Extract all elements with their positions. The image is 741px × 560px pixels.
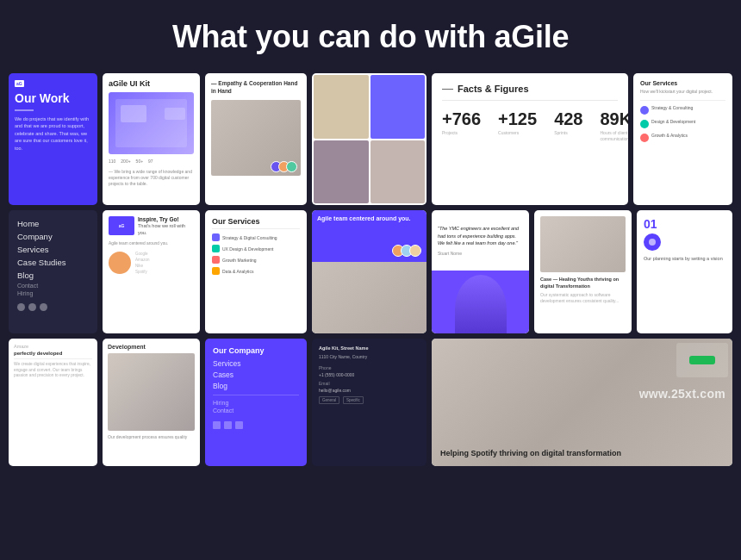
photo-cell-4 [370,140,426,204]
quote1-card: "The YMC engineers are excellent and had… [432,210,529,333]
badge-general: General [319,396,339,404]
company-blog: Blog [213,380,299,391]
our-work-card: aG Our Work We do projects that we ident… [9,73,97,205]
spotify-title: Helping Spotify thriving on digital tran… [440,449,621,459]
company-social-1 [213,421,221,429]
empathy-avatars [274,161,297,172]
amaze-card: Amaze perfectly developed We create digi… [9,339,97,466]
development-body: Our development process ensures quality [108,434,195,440]
step-text: Our planning starts by setting a vision [644,255,725,262]
case-title: Case — Healing Youths thriving on digita… [540,277,626,289]
facts-divider [442,100,618,101]
nav-blog: Blog [17,269,89,282]
ui-kit-num1: 110 [109,159,115,164]
inspire-subtitle: That's how we roll with you. [138,223,194,236]
contact-card: Agile Kit, Street Name 1110 City Name, C… [312,339,427,466]
step-number: 01 [644,217,725,231]
service-item-1: Strategy & Consulting [640,105,725,115]
social-icon-2 [28,303,36,311]
agile-team-header: Agile team centered around you. [312,210,427,262]
ui-kit-num4: 97 [148,159,153,164]
photo-cell-1 [314,75,369,139]
stat-hours: 89K Hours of client communication [601,109,629,141]
quote1-content: "The YMC engineers are excellent and had… [432,210,529,271]
our-work-divider [15,109,34,111]
ui-kit-numbers: 110 200+ 50+ 97 [109,159,194,164]
company-social [213,421,299,429]
stat-customers-label: Customers [498,130,537,135]
our-services-card: Our Services Strategy & Digital Consulti… [205,210,307,333]
facts-dash: — [442,82,453,95]
contact-phone-label: Phone [319,365,420,370]
empathy-card: — Empathy & Cooperation Hand in Hand [205,73,307,205]
badge-specific: Specific [343,396,364,404]
facts-title: Facts & Figures [458,84,529,94]
amaze-title: perfectly developed [14,351,92,356]
stat-hours-label: Hours of client communication [601,130,629,141]
company-title: Our Company [213,346,299,355]
social-icons [17,303,89,311]
contact-email-label: Email [319,381,420,386]
stat-projects-label: Projects [442,130,481,135]
nav-menu-card: Home Company Services Case Studies Blog … [9,210,97,333]
agile-team-photo [312,262,427,333]
photo-grid-card [312,73,427,205]
inspire-body: Agile team centered around you. [109,241,194,247]
logo-box: aG [15,80,24,87]
contact-phone-val: +1 (555) 000-0000 [319,372,420,377]
ui-kit-num2: 200+ [121,159,130,164]
ui-kit-body: — We bring a wide range of knowledge and… [109,169,194,187]
stat-hours-num: 89K [601,109,629,129]
facts-stats: +766 Projects +125 Customers 428 Sprints… [442,109,618,141]
photo-cell-2 [370,75,426,139]
our-services-title: Our Services [212,217,300,226]
amaze-label: Amaze [14,344,92,349]
page-title: What you can do with aGile [0,0,741,69]
nav-hiring: Hiring [17,289,89,297]
social-icon-3 [40,303,47,311]
quote1-photo [432,271,529,333]
nav-home: Home [17,217,89,230]
facts-card: — Facts & Figures +766 Projects +125 Cus… [432,73,628,205]
stat-sprints-label: Sprints [554,130,582,135]
stat-customers-num: +125 [498,109,537,129]
team-avatars [395,245,421,257]
nav-cases: Case Studies [17,256,89,269]
empathy-quote: — Empathy & Cooperation Hand in Hand [211,79,301,95]
ui-kit-card: aGile UI Kit 110 200+ 50+ 97 — We bring … [103,73,200,205]
company-card: Our Company Services Cases Blog Hiring C… [205,339,307,466]
nav-company: Company [17,230,89,243]
agile-box: aG [109,216,134,235]
contact-address: 1110 City Name, Country [319,354,420,360]
spotify-card: Helping Spotify thriving on digital tran… [432,339,732,466]
service-item-3: Growth & Analytics [640,133,725,142]
number-card: 01 Our planning starts by setting a visi… [637,210,732,333]
case-image [540,216,626,272]
page-container: What you can do with aGile aG Our Work W… [0,0,741,560]
stat-projects-num: +766 [442,109,481,129]
photo-cell-3 [314,140,369,204]
nav-services: Services [17,243,89,256]
our-work-body: We do projects that we identify with and… [15,115,91,152]
ui-kit-title: aGile UI Kit [109,79,194,89]
step-icon [644,233,661,251]
services-small-subtitle: How we'll kickstart your digital project… [640,89,725,95]
service-item-2: Design & Development [640,119,725,128]
stat-customers: +125 Customers [498,109,537,141]
contact-name: Agile Kit, Street Name [319,345,420,352]
company-services: Services [213,358,299,369]
inspire-card: aG Inspire, Try Go! That's how we roll w… [103,210,200,333]
quote1-text: "The YMC engineers are excellent and had… [438,225,523,247]
company-cases: Cases [213,369,299,380]
stat-sprints-num: 428 [554,109,582,129]
spotify-badge [676,343,728,377]
development-card: Development Our development process ensu… [103,339,200,466]
stat-projects: +766 Projects [442,109,481,141]
agile-team-card: Agile team centered around you. [312,210,427,333]
nav-contact: Contact [17,282,89,289]
ui-kit-image [109,92,194,154]
inspire-title: Inspire, Try Go! [138,216,194,223]
contact-email-val: hello@agile.com [319,388,420,393]
company-hiring: Hiring [213,399,299,407]
social-icon-1 [17,303,25,311]
